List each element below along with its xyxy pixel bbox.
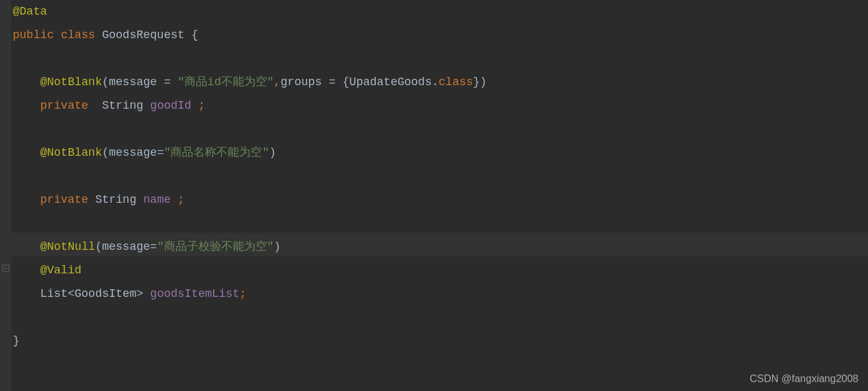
code-line-empty	[13, 118, 868, 141]
equals: =	[157, 76, 177, 88]
equals: =	[150, 240, 157, 253]
code-line: private String goodId ;	[13, 94, 868, 118]
code-line-empty	[13, 165, 868, 188]
field-name: name	[143, 193, 170, 206]
keyword-class: class	[439, 76, 473, 88]
param-message: message	[102, 240, 150, 253]
type-name: String	[102, 99, 143, 112]
field-name: goodsItemList	[150, 287, 239, 300]
code-line: @NotNull(message="商品子校验不能为空")	[13, 235, 868, 259]
fold-marker-icon[interactable]	[1, 264, 10, 273]
code-line-empty	[13, 212, 868, 235]
class-name: GoodsRequest	[102, 29, 184, 41]
keyword-private: private	[40, 99, 88, 112]
code-line: @NotBlank(message="商品名称不能为空")	[13, 141, 868, 165]
param-message: message	[109, 146, 157, 159]
brace-close: }	[473, 76, 480, 88]
type-name: UpadateGoods	[349, 76, 432, 88]
code-line: List<GoodsItem> goodsItemList;	[13, 282, 868, 306]
semicolon: ;	[240, 287, 247, 300]
string-literal: "商品名称不能为空"	[164, 146, 270, 159]
keyword-private: private	[40, 193, 88, 206]
param-groups: groups	[280, 76, 322, 88]
code-line: public class GoodsRequest {	[13, 24, 868, 47]
brace-open: {	[191, 29, 198, 41]
type-name: List	[40, 287, 67, 300]
code-editor[interactable]: @Data public class GoodsRequest { @NotBl…	[0, 0, 868, 353]
semicolon: ;	[198, 99, 205, 112]
type-name: GoodsItem	[74, 287, 136, 300]
type-name: String	[95, 193, 137, 206]
code-line: }	[13, 329, 868, 353]
annotation: @Valid	[40, 264, 81, 277]
angle-close: >	[136, 287, 143, 300]
comma: ,	[274, 76, 281, 88]
code-line: private String name ;	[13, 188, 868, 212]
paren-open: (	[102, 76, 109, 88]
code-line: @NotBlank(message = "商品id不能为空",groups = …	[13, 71, 868, 94]
code-line-empty	[13, 47, 868, 71]
field-name: goodId	[150, 99, 191, 112]
watermark-text: CSDN @fangxiang2008	[750, 373, 858, 385]
keyword-class: class	[61, 29, 95, 41]
annotation: @NotNull	[40, 240, 95, 253]
code-line: @Valid	[13, 259, 868, 282]
semicolon: ;	[177, 193, 184, 206]
string-literal: "商品子校验不能为空"	[157, 240, 274, 253]
annotation: @NotBlank	[40, 146, 102, 159]
paren-open: (	[102, 146, 109, 159]
paren-open: (	[95, 240, 102, 253]
equals: =	[157, 146, 164, 159]
param-message: message	[109, 76, 157, 88]
angle-open: <	[67, 287, 74, 300]
brace-close: }	[13, 334, 20, 347]
paren-close: )	[269, 146, 276, 159]
equals: =	[322, 76, 342, 88]
editor-gutter	[0, 0, 11, 391]
annotation: @NotBlank	[40, 76, 102, 88]
code-line-empty	[13, 306, 868, 329]
paren-close: )	[274, 240, 281, 253]
annotation: @Data	[13, 5, 47, 18]
keyword-public: public	[13, 29, 54, 41]
code-line: @Data	[13, 0, 868, 24]
dot: .	[432, 76, 439, 88]
paren-close: )	[480, 76, 487, 88]
brace-open: {	[343, 76, 350, 88]
string-literal: "商品id不能为空"	[177, 76, 273, 88]
